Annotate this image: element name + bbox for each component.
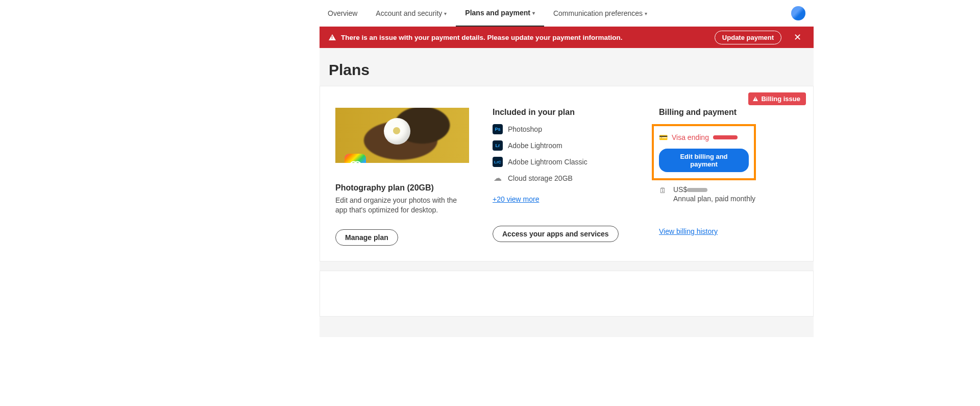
plan-description: Edit and organize your photos with the a… — [335, 196, 458, 215]
chevron-down-icon: ▾ — [645, 11, 647, 16]
nav-plans-payment[interactable]: Plans and payment ▾ — [456, 0, 544, 27]
page-title: Plans — [320, 48, 814, 86]
app-row-storage: ☁ Cloud storage 20GB — [493, 173, 635, 183]
view-more-link[interactable]: +20 view more — [493, 195, 539, 203]
app-label: Photoshop — [508, 125, 542, 133]
alert-message: There is an issue with your payment deta… — [341, 34, 709, 41]
lightroom-icon: Lr — [493, 140, 503, 151]
edit-billing-highlight: 💳 Visa ending Edit billing and payment — [652, 124, 756, 180]
warning-icon — [329, 34, 336, 40]
billing-issue-badge: Billing issue — [748, 92, 806, 105]
payment-alert-banner: There is an issue with your payment deta… — [320, 27, 814, 48]
included-column: Included in your plan Ps Photoshop Lr Ad… — [493, 108, 635, 246]
photoshop-icon: Ps — [493, 124, 503, 134]
top-nav: Overview Account and security ▾ Plans an… — [320, 0, 814, 27]
svg-point-1 — [354, 162, 361, 163]
cloud-icon: ☁ — [493, 173, 503, 183]
redacted-price — [687, 188, 707, 192]
app-row-lightroom: Lr Adobe Lightroom — [493, 140, 635, 151]
nav-label: Account and security — [376, 9, 442, 17]
redacted-card-number — [713, 135, 738, 139]
lightroom-classic-icon: LrC — [493, 157, 503, 167]
billing-heading: Billing and payment — [659, 108, 798, 117]
chevron-down-icon: ▾ — [444, 11, 447, 16]
creative-cloud-icon — [345, 154, 366, 163]
badge-label: Billing issue — [761, 95, 800, 103]
included-heading: Included in your plan — [493, 108, 635, 117]
chevron-down-icon: ▾ — [532, 10, 535, 16]
edit-billing-button[interactable]: Edit billing and payment — [659, 149, 749, 172]
credit-card-icon: 💳 — [659, 133, 668, 141]
billing-history-link[interactable]: View billing history — [659, 227, 718, 235]
app-row-lightroom-classic: LrC Adobe Lightroom Classic — [493, 157, 635, 167]
calendar-icon: 🗓 — [659, 186, 668, 195]
card-info-row: 💳 Visa ending — [659, 133, 749, 141]
payment-term-row: 🗓 US$ Annual plan, paid monthly — [659, 185, 798, 203]
update-payment-button[interactable]: Update payment — [715, 31, 781, 44]
plan-name: Photography plan (20GB) — [335, 183, 469, 193]
warning-icon — [753, 97, 758, 101]
app-label: Adobe Lightroom Classic — [508, 158, 587, 166]
plan-term: Annual plan, paid monthly — [673, 195, 755, 203]
price-prefix: US$ — [673, 185, 687, 194]
nav-label: Overview — [328, 9, 357, 17]
visa-prefix: Visa ending — [672, 133, 709, 141]
plan-image — [335, 108, 469, 163]
nav-label: Plans and payment — [465, 9, 530, 17]
manage-plan-button[interactable]: Manage plan — [335, 229, 398, 246]
nav-account-security[interactable]: Account and security ▾ — [366, 0, 456, 27]
nav-communication-prefs[interactable]: Communication preferences ▾ — [544, 0, 656, 27]
plan-card: Billing issue Photography plan (20GB) Ed… — [320, 86, 814, 261]
plan-info-column: Photography plan (20GB) Edit and organiz… — [335, 108, 469, 246]
close-icon[interactable]: ✕ — [787, 32, 804, 43]
avatar[interactable] — [791, 6, 805, 20]
secondary-card — [320, 271, 814, 317]
access-apps-button[interactable]: Access your apps and services — [493, 226, 619, 242]
app-row-photoshop: Ps Photoshop — [493, 124, 635, 134]
nav-overview[interactable]: Overview — [328, 0, 366, 27]
app-label: Cloud storage 20GB — [508, 174, 573, 182]
nav-label: Communication preferences — [553, 9, 643, 17]
app-label: Adobe Lightroom — [508, 141, 562, 150]
billing-column: Billing and payment 💳 Visa ending Edit b… — [659, 108, 798, 246]
